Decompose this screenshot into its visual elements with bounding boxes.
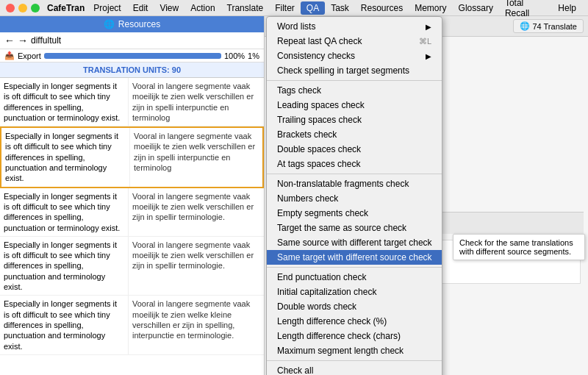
close-button[interactable] (6, 4, 15, 12)
app-name[interactable]: CafeTran (47, 3, 85, 13)
traffic-lights (6, 4, 40, 12)
table-row[interactable]: Especially in longer segments it is oft … (0, 126, 264, 188)
check-all-label: Check all (277, 365, 313, 375)
table-row[interactable]: Especially in longer segments it is oft … (0, 237, 264, 296)
translate-icon: 🌐 (520, 21, 530, 31)
divider-1 (267, 80, 442, 81)
menu-item-same-source-diff-target[interactable]: Same source with different target check (267, 235, 442, 250)
menu-memory[interactable]: Memory (409, 1, 452, 15)
menu-item-same-target-diff-source[interactable]: Same target with different source check (267, 250, 442, 265)
menu-help[interactable]: Help (552, 1, 582, 15)
check-tooltip: Check for the same translations with dif… (453, 234, 585, 260)
divider-3 (267, 267, 442, 268)
source-cell: Especially in longer segments it is oft … (0, 237, 129, 295)
nav-bar: ← → diffultult (0, 32, 264, 49)
minimize-button[interactable] (18, 4, 27, 12)
menu-item-double-spaces[interactable]: Double spaces check (267, 142, 442, 157)
menu-item-max-segment[interactable]: Maximum segment length check (267, 343, 442, 358)
menu-item-length-diff-percent[interactable]: Length difference check (%) (267, 314, 442, 329)
leading-spaces-label: Leading spaces check (277, 100, 365, 110)
menu-item-consistency[interactable]: Consistency checks ▶ (267, 49, 442, 63)
table-row[interactable]: Especially in longer segments it is oft … (0, 78, 264, 126)
menu-edit[interactable]: Edit (127, 1, 154, 15)
menu-translate[interactable]: Translate (221, 1, 270, 15)
target-cell: Vooral in langere segmente vaak moeilijk… (129, 78, 264, 126)
menu-filter[interactable]: Filter (269, 1, 301, 15)
menu-resources[interactable]: Resources (355, 1, 409, 15)
maximize-button[interactable] (31, 4, 40, 12)
search-input[interactable]: diffultult (31, 35, 259, 46)
qa-dropdown-menu: Word lists ▶ Repeat last QA check ⌘L Con… (266, 16, 442, 375)
menu-task[interactable]: Task (325, 1, 355, 15)
submenu-arrow: ▶ (426, 23, 431, 31)
menu-item-numbers[interactable]: Numbers check (267, 191, 442, 206)
menu-item-at-tags[interactable]: At tags spaces check (267, 157, 442, 171)
menu-item-empty-segments[interactable]: Empty segments check (267, 206, 442, 221)
menu-item-leading-spaces[interactable]: Leading spaces check (267, 98, 442, 113)
menu-item-word-lists[interactable]: Word lists ▶ (267, 19, 442, 34)
globe-icon: 🌐 (104, 19, 115, 29)
export-icon: 📤 (4, 51, 15, 60)
menu-item-non-translatable[interactable]: Non-translatable fragments check (267, 176, 442, 191)
left-panel: 🌐 Resources ← → diffultult 📤 Export 100%… (0, 16, 265, 375)
max-segment-label: Maximum segment length check (277, 346, 404, 356)
back-button[interactable]: ← (4, 35, 15, 46)
menu-item-end-punctuation[interactable]: End punctuation check (267, 270, 442, 285)
submenu-arrow-consistency: ▶ (426, 52, 431, 60)
menu-item-trailing-spaces[interactable]: Trailing spaces check (267, 113, 442, 127)
source-cell: Especially in longer segments it is oft … (0, 78, 129, 126)
double-words-label: Double words check (277, 301, 356, 312)
source-cell: Especially in longer segments it is oft … (0, 188, 129, 236)
menu-item-repeat-last[interactable]: Repeat last QA check ⌘L (267, 34, 442, 49)
export-bar: 📤 Export 100% 1% (0, 49, 264, 63)
divider-4 (267, 360, 442, 361)
at-tags-label: At tags spaces check (277, 159, 360, 169)
progress-percent: 100% (224, 51, 245, 60)
menu-glossary[interactable]: Glossary (453, 1, 499, 15)
length-diff-percent-label: Length difference check (%) (277, 316, 387, 326)
end-punctuation-label: End punctuation check (277, 272, 366, 282)
numbers-label: Numbers check (277, 193, 338, 204)
resources-header: 🌐 Resources (0, 16, 264, 32)
menu-item-check-all[interactable]: Check all (267, 363, 442, 375)
target-cell: Vooral in langere segmente vaak moeilijk… (129, 296, 264, 354)
source-cell: Especially in longer segments it is oft … (0, 296, 129, 354)
resources-title: Resources (118, 19, 160, 29)
menu-item-double-words[interactable]: Double words check (267, 299, 442, 314)
target-cell: Vooral in langere segmente vaak moeilijk… (129, 237, 264, 295)
tags-check-label: Tags check (277, 85, 321, 96)
menu-item-tags-check[interactable]: Tags check (267, 83, 442, 98)
progress-bar (44, 53, 221, 59)
same-source-diff-target-label: Same source with different target check (277, 238, 432, 248)
extra-percent: 1% (248, 51, 259, 60)
translate-label: 74 Translate (532, 22, 577, 31)
menu-item-initial-cap[interactable]: Initial capitalization check (267, 285, 442, 299)
forward-button[interactable]: → (18, 35, 28, 46)
initial-cap-label: Initial capitalization check (277, 287, 376, 297)
menu-item-target-same-source[interactable]: Target the same as source check (267, 221, 442, 235)
menu-view[interactable]: View (154, 1, 184, 15)
menu-item-check-spelling[interactable]: Check spelling in target segments (267, 63, 442, 78)
translation-units-header: TRANSLATION UNITS: 90 (0, 63, 264, 78)
target-cell: Vooral in langere segmente vaak moeilijk… (129, 188, 264, 236)
translation-rows: Especially in longer segments it is oft … (0, 78, 264, 375)
same-target-diff-source-label: Same target with different source check (277, 252, 432, 262)
double-spaces-label: Double spaces check (277, 144, 361, 154)
empty-segments-label: Empty segments check (277, 208, 368, 218)
progress-fill (44, 53, 221, 59)
translate-button[interactable]: 🌐 74 Translate (513, 19, 584, 33)
length-diff-chars-label: Length difference check (chars) (277, 331, 401, 341)
menu-item-brackets[interactable]: Brackets check (267, 127, 442, 142)
menu-action[interactable]: Action (184, 1, 220, 15)
menu-project[interactable]: Project (87, 1, 126, 15)
export-label: Export (18, 51, 41, 60)
menu-item-length-diff-chars[interactable]: Length difference check (chars) (267, 329, 442, 343)
non-translatable-label: Non-translatable fragments check (277, 179, 409, 189)
target-cell: Vooral in langere segmente vaak moeilijk… (130, 128, 262, 186)
target-same-source-label: Target the same as source check (277, 223, 406, 233)
table-row[interactable]: Especially in longer segments it is oft … (0, 296, 264, 354)
table-row[interactable]: Especially in longer segments it is oft … (0, 188, 264, 237)
brackets-label: Brackets check (277, 129, 337, 140)
trailing-spaces-label: Trailing spaces check (277, 115, 362, 125)
menu-qa[interactable]: QA (301, 1, 325, 15)
